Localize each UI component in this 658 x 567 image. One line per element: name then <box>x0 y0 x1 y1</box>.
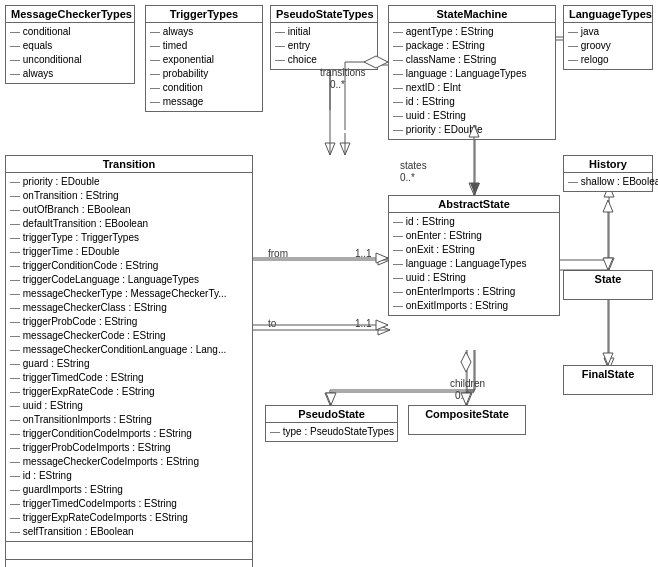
attr-tr-19: triggerConditionCodeImports : EString <box>10 427 248 441</box>
attr-pst-2: entry <box>275 39 373 53</box>
box-title-ps: PseudoState <box>298 408 365 420</box>
attr-tr-23: guardImports : EString <box>10 483 248 497</box>
svg-marker-13 <box>604 258 614 270</box>
attr-tr-22: id : EString <box>10 469 248 483</box>
box-title-sm: StateMachine <box>437 8 508 20</box>
attr-tr-5: triggerType : TriggerTypes <box>10 231 248 245</box>
box-header-pst: PseudoStateTypes <box>271 6 377 23</box>
attr-as-4: language : LanguageTypes <box>393 257 555 271</box>
box-header-state: State <box>564 271 652 287</box>
box-header-tr: Transition <box>6 156 252 173</box>
attr-tr-14: guard : EString <box>10 357 248 371</box>
box-body-ps: type : PseudoStateTypes <box>266 423 397 441</box>
svg-marker-35 <box>469 183 479 195</box>
svg-marker-8 <box>378 325 390 335</box>
svg-marker-32 <box>340 143 350 155</box>
attr-tr-20: triggerProbCodeImports : EString <box>10 441 248 455</box>
attr-tr-26: selfTransition : EBoolean <box>10 525 248 539</box>
svg-marker-19 <box>325 393 335 405</box>
attr-pst-3: choice <box>275 53 373 67</box>
box-final-state: FinalState <box>563 365 653 395</box>
svg-marker-42 <box>603 200 613 212</box>
box-body-tt: always timed exponential probability con… <box>146 23 262 111</box>
attr-sm-2: package : EString <box>393 39 551 53</box>
attr-tr-6: triggerTime : EDouble <box>10 245 248 259</box>
box-body-tr: priority : EDouble onTransition : EStrin… <box>6 173 252 541</box>
label-children: children <box>450 378 485 389</box>
label-states: states <box>400 160 427 171</box>
attr-mct-4: always <box>10 67 130 81</box>
attr-tr-8: triggerCodeLanguage : LanguageTypes <box>10 273 248 287</box>
attr-as-3: onExit : EString <box>393 243 555 257</box>
box-state-machine: StateMachine agentType : EString package… <box>388 5 556 140</box>
box-header-lt: LanguageTypes <box>564 6 652 23</box>
box-body-sm: agentType : EString package : EString cl… <box>389 23 555 139</box>
svg-marker-44 <box>603 258 613 270</box>
attr-tr-15: triggerTimedCode : EString <box>10 371 248 385</box>
attr-as-7: onExitImports : EString <box>393 299 555 313</box>
box-body-hist: shallow : EBoolean <box>564 173 652 191</box>
box-body-mct: conditional equals unconditional always <box>6 23 134 83</box>
svg-marker-55 <box>461 352 471 372</box>
attr-mct-1: conditional <box>10 25 130 39</box>
box-transition: Transition priority : EDouble onTransiti… <box>5 155 253 567</box>
box-header-mct: MessageCheckerTypes <box>6 6 134 23</box>
attr-hist-1: shallow : EBoolean <box>568 175 648 189</box>
box-header-ps: PseudoState <box>266 406 397 423</box>
attr-as-1: id : EString <box>393 215 555 229</box>
box-history: History shallow : EBoolean <box>563 155 653 192</box>
label-transitions-mult: 0..* <box>330 79 345 90</box>
attr-tr-18: onTransitionImports : EString <box>10 413 248 427</box>
attr-tt-4: probability <box>150 67 258 81</box>
attr-tr-4: defaultTransition : EBoolean <box>10 217 248 231</box>
attr-tt-2: timed <box>150 39 258 53</box>
box-pseudo-state: PseudoState type : PseudoStateTypes <box>265 405 398 442</box>
box-message-checker-types: MessageCheckerTypes conditional equals u… <box>5 5 135 84</box>
label-children-mult: 0..* <box>455 390 470 401</box>
svg-marker-50 <box>326 393 336 405</box>
box-state: State <box>563 270 653 300</box>
box-composite-state: CompositeState <box>408 405 526 435</box>
box-header-fs: FinalState <box>564 366 652 382</box>
box-header-hist: History <box>564 156 652 173</box>
attr-tr-1: priority : EDouble <box>10 175 248 189</box>
box-title-lt: LanguageTypes <box>569 8 652 20</box>
attr-tr-2: onTransition : EString <box>10 189 248 203</box>
transition-footer-2 <box>6 559 252 567</box>
attr-sm-8: priority : EDouble <box>393 123 551 137</box>
svg-marker-2 <box>470 183 480 195</box>
box-title-pst: PseudoStateTypes <box>276 8 374 20</box>
box-pseudo-state-types: PseudoStateTypes initial entry choice <box>270 5 378 70</box>
label-from: from <box>268 248 288 259</box>
box-title-tr: Transition <box>103 158 156 170</box>
attr-as-2: onEnter : EString <box>393 229 555 243</box>
box-body-as: id : EString onEnter : EString onExit : … <box>389 213 559 315</box>
attr-tr-12: messageCheckerCode : EString <box>10 329 248 343</box>
attr-sm-3: className : EString <box>393 53 551 67</box>
attr-tt-3: exponential <box>150 53 258 67</box>
box-title-as: AbstractState <box>438 198 510 210</box>
box-abstract-state: AbstractState id : EString onEnter : ESt… <box>388 195 560 316</box>
svg-marker-26 <box>325 143 335 155</box>
label-transitions: transitions <box>320 67 366 78</box>
attr-pst-1: initial <box>275 25 373 39</box>
box-title-hist: History <box>589 158 627 170</box>
box-title-fs: FinalState <box>582 368 635 380</box>
attr-tr-13: messageCheckerConditionLanguage : Lang..… <box>10 343 248 357</box>
attr-lt-3: relogo <box>568 53 648 67</box>
attr-tr-17: uuid : EString <box>10 399 248 413</box>
attr-mct-3: unconditional <box>10 53 130 67</box>
attr-ps-1: type : PseudoStateTypes <box>270 425 393 439</box>
box-language-types: LanguageTypes java groovy relogo <box>563 5 653 70</box>
box-body-pst: initial entry choice <box>271 23 377 69</box>
box-header-as: AbstractState <box>389 196 559 213</box>
attr-tr-16: triggerExpRateCode : EString <box>10 385 248 399</box>
svg-marker-37 <box>376 253 388 263</box>
svg-marker-46 <box>603 353 613 365</box>
box-title-state: State <box>595 273 622 285</box>
attr-tr-10: messageCheckerClass : EString <box>10 301 248 315</box>
label-from-mult: 1..1 <box>355 248 372 259</box>
label-to-mult: 1..1 <box>355 318 372 329</box>
label-to: to <box>268 318 276 329</box>
attr-tr-24: triggerTimedCodeImports : EString <box>10 497 248 511</box>
